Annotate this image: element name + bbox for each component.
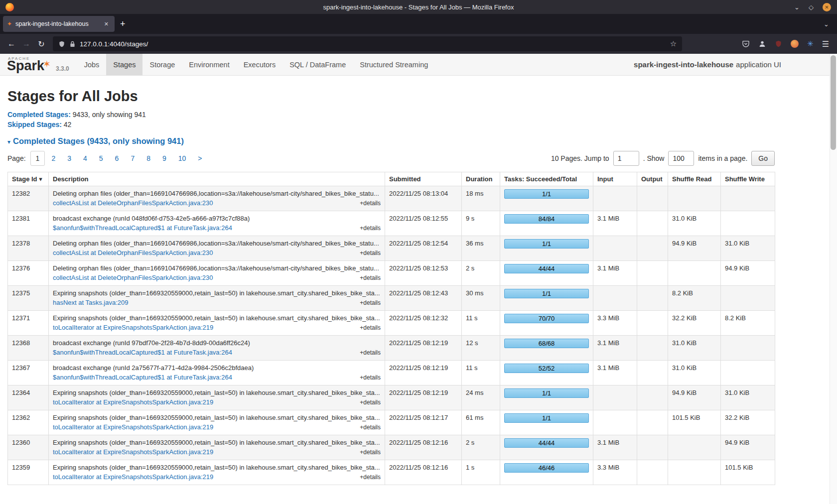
tasks-cell: 84/84 bbox=[500, 211, 593, 236]
go-button[interactable]: Go bbox=[751, 151, 775, 166]
application-name: spark-ingest-into-lakehouse bbox=[634, 60, 733, 69]
duration-cell: 61 ms bbox=[462, 410, 500, 435]
spark-nav-item[interactable]: Structured Streaming bbox=[353, 54, 435, 75]
details-toggle[interactable]: +details bbox=[360, 199, 381, 208]
pagination-page-link[interactable]: > bbox=[192, 151, 207, 166]
window-close-button[interactable]: ✕ bbox=[823, 3, 831, 11]
column-header[interactable]: Submitted bbox=[385, 172, 462, 186]
column-header[interactable]: Output bbox=[637, 172, 668, 186]
page-scrollbar-thumb[interactable] bbox=[831, 55, 836, 150]
pagination-page-link[interactable]: 10 bbox=[173, 151, 192, 166]
tab-close-icon[interactable]: ✕ bbox=[102, 20, 111, 28]
stage-callsite-link[interactable]: toLocalIterator at ExpireSnapshotsSparkA… bbox=[53, 423, 213, 431]
details-toggle[interactable]: +details bbox=[360, 349, 381, 357]
window-minimize-button[interactable]: ⌄ bbox=[794, 4, 800, 10]
shuffle-write-cell: 32.2 KiB bbox=[721, 410, 775, 435]
new-tab-button[interactable]: + bbox=[115, 19, 131, 29]
stage-callsite-link[interactable]: toLocalIterator at ExpireSnapshotsSparkA… bbox=[53, 473, 213, 481]
stage-callsite-link[interactable]: collectAsList at DeleteOrphanFilesSparkA… bbox=[53, 249, 213, 257]
table-row: 12360 Expiring snapshots (older_than=166… bbox=[8, 435, 775, 460]
table-body: 12382 Deleting orphan files (older_than=… bbox=[8, 186, 775, 485]
pagination-page-link[interactable]: 5 bbox=[94, 151, 109, 166]
stage-callsite-link[interactable]: toLocalIterator at ExpireSnapshotsSparkA… bbox=[53, 398, 213, 406]
spark-nav-item[interactable]: Executors bbox=[237, 54, 282, 75]
account-icon[interactable] bbox=[758, 40, 766, 48]
pagination-page-link[interactable]: 1 bbox=[30, 151, 45, 166]
spark-nav-item[interactable]: Storage bbox=[142, 54, 182, 75]
lock-icon[interactable] bbox=[70, 41, 75, 47]
pagination-page-link[interactable]: 7 bbox=[125, 151, 140, 166]
jump-to-page-input[interactable] bbox=[613, 151, 639, 166]
spark-nav-item[interactable]: Stages bbox=[106, 54, 142, 75]
tracking-protection-shield-icon[interactable] bbox=[58, 40, 65, 48]
column-header[interactable]: Tasks: Succeeded/Total bbox=[500, 172, 593, 186]
details-toggle[interactable]: +details bbox=[360, 448, 381, 457]
stage-callsite-link[interactable]: $anonfun$withThreadLocalCaptured$1 at Fu… bbox=[53, 348, 232, 357]
stage-callsite-link[interactable]: hasNext at Tasks.java:209 bbox=[53, 298, 129, 307]
stage-callsite-link[interactable]: toLocalIterator at ExpireSnapshotsSparkA… bbox=[53, 448, 213, 456]
column-header[interactable]: Shuffle Read bbox=[668, 172, 721, 186]
details-toggle[interactable]: +details bbox=[360, 249, 381, 257]
spark-nav-item[interactable]: Environment bbox=[182, 54, 236, 75]
details-toggle[interactable]: +details bbox=[360, 274, 381, 282]
column-header[interactable]: Shuffle Write bbox=[721, 172, 775, 186]
stage-callsite-link[interactable]: collectAsList at DeleteOrphanFilesSparkA… bbox=[53, 199, 213, 207]
window-maximize-button[interactable]: ◇ bbox=[809, 4, 814, 10]
forward-button[interactable]: → bbox=[19, 36, 34, 51]
ublock-shield-icon[interactable] bbox=[775, 40, 782, 48]
submitted-cell: 2022/11/25 08:12:55 bbox=[385, 211, 462, 236]
details-toggle[interactable]: +details bbox=[360, 224, 381, 233]
browser-tab[interactable]: ✦ spark-ingest-into-lakehous ✕ bbox=[3, 16, 115, 32]
extension-asterisk-icon[interactable]: ✳ bbox=[807, 39, 814, 48]
items-per-page-input[interactable] bbox=[668, 151, 694, 166]
column-header[interactable]: Stage Id ▾ bbox=[8, 172, 49, 186]
table-row: 12378 Deleting orphan files (older_than=… bbox=[8, 236, 775, 261]
tab-list-chevron-icon[interactable]: ⌄ bbox=[821, 20, 832, 28]
pagination-page-link[interactable]: 4 bbox=[78, 151, 93, 166]
description-cell: Expiring snapshots (older_than=166932055… bbox=[49, 385, 385, 410]
extension-avatar-icon[interactable] bbox=[791, 40, 799, 48]
stage-id-cell: 12371 bbox=[8, 311, 49, 336]
column-header[interactable]: Input bbox=[593, 172, 637, 186]
pagination-page-link[interactable]: 2 bbox=[46, 151, 61, 166]
details-toggle[interactable]: +details bbox=[360, 398, 381, 407]
description-cell: Expiring snapshots (older_than=166932055… bbox=[49, 410, 385, 435]
pagination-page-link[interactable]: 6 bbox=[110, 151, 125, 166]
pocket-icon[interactable] bbox=[742, 40, 750, 48]
duration-cell: 18 ms bbox=[462, 186, 500, 211]
pagination-page-link[interactable]: 3 bbox=[62, 151, 77, 166]
details-toggle[interactable]: +details bbox=[360, 374, 381, 382]
stage-callsite-link[interactable]: toLocalIterator at ExpireSnapshotsSparkA… bbox=[53, 323, 213, 332]
pagination-page-link[interactable]: 9 bbox=[157, 151, 172, 166]
spark-nav-item[interactable]: SQL / DataFrame bbox=[282, 54, 353, 75]
bookmark-star-icon[interactable]: ☆ bbox=[670, 39, 677, 48]
output-cell bbox=[637, 385, 668, 410]
column-header[interactable]: Description bbox=[49, 172, 385, 186]
spark-logo[interactable]: APACHE Spark✶ bbox=[0, 54, 56, 75]
shuffle-write-cell: 31.0 KiB bbox=[721, 385, 775, 410]
pagination-page-link[interactable]: 8 bbox=[141, 151, 156, 166]
tasks-cell: 52/52 bbox=[500, 361, 593, 385]
stage-id-cell: 12360 bbox=[8, 435, 49, 460]
reload-button[interactable]: ↻ bbox=[34, 36, 49, 51]
details-toggle[interactable]: +details bbox=[360, 299, 381, 307]
address-bar[interactable]: 127.0.0.1:4040/stages/ ☆ bbox=[53, 36, 682, 51]
spark-nav-item[interactable]: Jobs bbox=[77, 54, 107, 75]
stage-callsite-link[interactable]: $anonfun$withThreadLocalCaptured$1 at Fu… bbox=[53, 224, 232, 232]
stage-description: Deleting orphan files (older_than=166910… bbox=[53, 239, 381, 248]
description-cell: Expiring snapshots (older_than=166932055… bbox=[49, 435, 385, 460]
completed-stages-section-toggle[interactable]: ▾Completed Stages (9433, only showing 94… bbox=[7, 136, 837, 146]
details-toggle[interactable]: +details bbox=[360, 423, 381, 432]
submitted-cell: 2022/11/25 08:12:16 bbox=[385, 460, 462, 485]
details-toggle[interactable]: +details bbox=[360, 324, 381, 332]
hamburger-menu-icon[interactable]: ☰ bbox=[822, 39, 829, 49]
shuffle-write-cell: 94.9 KiB bbox=[721, 435, 775, 460]
stage-callsite-link[interactable]: $anonfun$withThreadLocalCaptured$1 at Fu… bbox=[53, 373, 232, 381]
back-button[interactable]: ← bbox=[4, 36, 19, 51]
stage-description: Expiring snapshots (older_than=166932055… bbox=[53, 289, 381, 297]
stage-callsite-link[interactable]: collectAsList at DeleteOrphanFilesSparkA… bbox=[53, 273, 213, 282]
details-toggle[interactable]: +details bbox=[360, 473, 381, 482]
url-text[interactable]: 127.0.0.1:4040/stages/ bbox=[80, 40, 666, 48]
table-row: 12375 Expiring snapshots (older_than=166… bbox=[8, 286, 775, 311]
column-header[interactable]: Duration bbox=[462, 172, 500, 186]
